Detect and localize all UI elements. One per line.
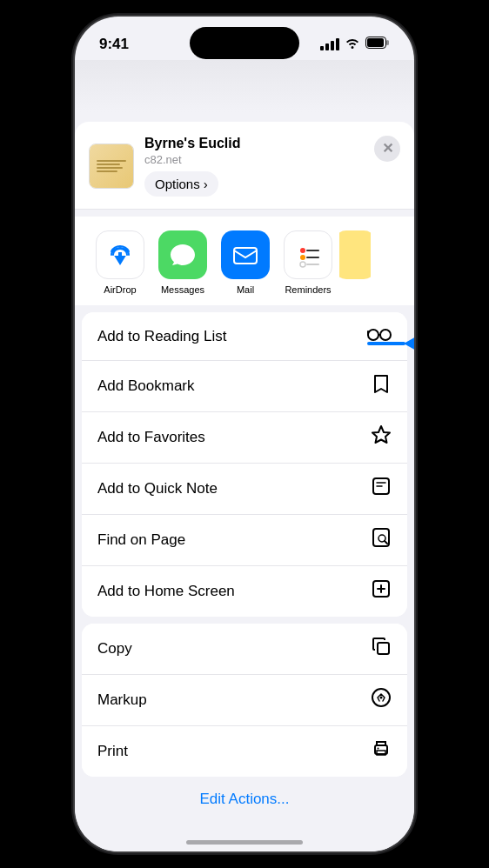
airdrop-icon (96, 230, 144, 279)
action-markup-label: Markup (97, 691, 147, 709)
app-item-messages[interactable]: Messages (151, 230, 214, 295)
action-print[interactable]: Print (82, 726, 407, 777)
reading-list-arrow (367, 337, 414, 351)
svg-point-27 (378, 748, 379, 750)
action-add-favorites-label: Add to Favorites (97, 429, 205, 446)
action-add-home-screen[interactable]: Add to Home Screen (82, 566, 407, 617)
close-icon: ✕ (382, 142, 393, 156)
app-item-more[interactable] (339, 230, 371, 295)
status-time: 9:41 (99, 36, 129, 53)
plus-square-icon (371, 578, 392, 604)
messages-label: Messages (161, 284, 204, 295)
action-find-on-page-label: Find on Page (97, 531, 185, 549)
reminders-icon (284, 230, 332, 279)
app-item-airdrop[interactable]: AirDrop (89, 230, 151, 295)
phone-screen: 9:41 (75, 17, 414, 851)
star-icon (371, 424, 392, 451)
status-icons (320, 37, 390, 52)
action-copy-label: Copy (97, 640, 132, 658)
svg-line-18 (385, 541, 387, 544)
home-indicator (186, 840, 303, 845)
airdrop-label: AirDrop (104, 284, 136, 295)
phone-frame: 9:41 (75, 17, 414, 851)
action-print-label: Print (97, 743, 128, 760)
action-group-1: Add to Reading List Add Bookmark (82, 312, 407, 617)
action-add-reading-list-label: Add to Reading List (97, 328, 226, 345)
action-add-reading-list[interactable]: Add to Reading List (82, 312, 407, 361)
book-icon (371, 373, 392, 399)
share-title: Byrne's Euclid (144, 136, 400, 151)
svg-rect-1 (367, 38, 384, 47)
svg-rect-26 (377, 751, 385, 755)
reminders-label: Reminders (285, 284, 331, 295)
mail-icon (221, 230, 270, 279)
edit-actions-section: Edit Actions... (75, 777, 414, 822)
action-add-bookmark[interactable]: Add Bookmark (82, 361, 407, 412)
wifi-icon (345, 37, 360, 52)
apps-scroll: AirDrop Messages (75, 230, 414, 295)
app-item-mail[interactable]: Mail (214, 230, 277, 295)
mail-label: Mail (237, 284, 254, 295)
share-info: Byrne's Euclid c82.net Options › (144, 136, 400, 197)
svg-point-5 (300, 248, 305, 253)
options-button[interactable]: Options › (144, 171, 218, 197)
action-add-quick-note[interactable]: Add to Quick Note (82, 464, 407, 515)
share-sheet: Byrne's Euclid c82.net Options › ✕ (75, 122, 414, 851)
signal-icon (320, 38, 339, 50)
svg-point-7 (300, 262, 305, 267)
svg-rect-2 (386, 40, 389, 45)
apps-section: AirDrop Messages (75, 217, 414, 305)
share-header: Byrne's Euclid c82.net Options › ✕ (75, 122, 414, 210)
action-copy[interactable]: Copy (82, 624, 407, 675)
dynamic-island (190, 27, 299, 59)
options-chevron: › (204, 177, 208, 191)
markup-icon (371, 687, 392, 713)
close-button[interactable]: ✕ (374, 136, 400, 162)
app-item-reminders[interactable]: Reminders (277, 230, 339, 295)
find-icon (371, 527, 392, 553)
svg-rect-22 (378, 643, 389, 654)
action-find-on-page[interactable]: Find on Page (82, 515, 407, 566)
note-icon (371, 476, 392, 502)
svg-point-24 (380, 697, 383, 699)
edit-actions-button[interactable]: Edit Actions... (200, 791, 290, 808)
action-add-bookmark-label: Add Bookmark (97, 377, 195, 395)
action-add-quick-note-label: Add to Quick Note (97, 480, 218, 497)
share-thumbnail (89, 144, 134, 189)
battery-icon (365, 37, 390, 52)
svg-point-6 (300, 255, 305, 260)
action-group-1-wrapper: Add to Reading List Add Bookmark (75, 312, 414, 617)
messages-icon (158, 230, 207, 279)
svg-rect-4 (234, 248, 257, 264)
action-add-favorites[interactable]: Add to Favorites (82, 412, 407, 464)
action-markup[interactable]: Markup (82, 675, 407, 726)
safari-background (75, 60, 414, 112)
options-label: Options (155, 177, 200, 191)
print-icon (371, 738, 392, 765)
share-url: c82.net (144, 153, 400, 166)
copy-icon (371, 636, 392, 662)
action-group-2: Copy Markup (82, 624, 407, 777)
action-add-home-screen-label: Add to Home Screen (97, 583, 235, 600)
